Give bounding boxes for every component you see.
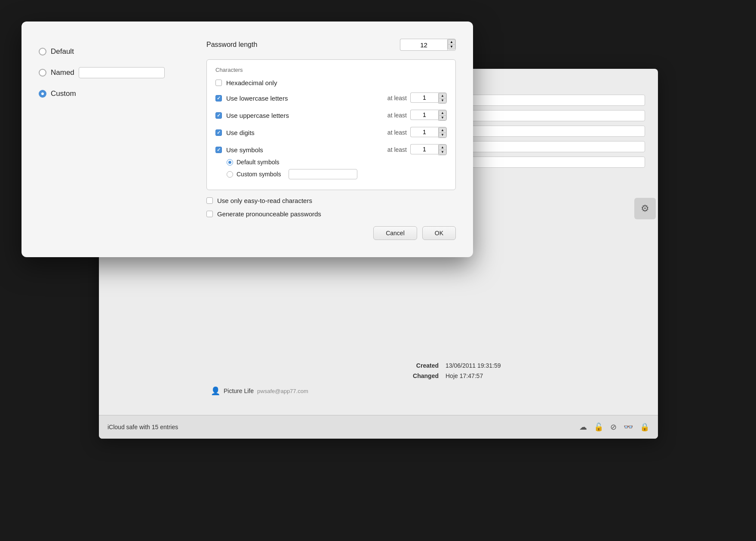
label-custom-symbols: Custom symbols xyxy=(237,171,281,178)
label-symbols: Use symbols xyxy=(226,146,337,154)
lowercase-count-input[interactable] xyxy=(410,92,438,103)
uppercase-at-least: at least ▲ ▼ xyxy=(337,110,447,121)
symbols-at-least: at least ▲ ▼ xyxy=(337,144,447,155)
option-uppercase[interactable]: Use uppercase letters at least ▲ ▼ xyxy=(215,110,447,121)
radio-named[interactable]: Named xyxy=(39,67,194,78)
password-length-input[interactable] xyxy=(400,39,447,51)
option-lowercase[interactable]: Use lowercase letters at least ▲ ▼ xyxy=(215,92,447,104)
checkbox-uppercase[interactable] xyxy=(215,112,222,119)
checkbox-symbols[interactable] xyxy=(215,147,222,153)
digits-stepper-up[interactable]: ▲ xyxy=(439,127,446,132)
lock-icon: 🔒 xyxy=(640,422,649,432)
created-value: 13/06/2011 19:31:59 xyxy=(446,362,501,369)
radio-custom-btn[interactable] xyxy=(39,90,46,98)
lock-open-icon: 🔓 xyxy=(594,422,603,432)
radio-default-label: Default xyxy=(51,47,74,56)
checkbox-digits[interactable] xyxy=(215,129,222,136)
label-lowercase: Use lowercase letters xyxy=(226,95,337,102)
uppercase-stepper-group: ▲ ▼ xyxy=(410,110,447,121)
symbols-sub-options: Default symbols Custom symbols xyxy=(227,159,357,183)
changed-label: Changed xyxy=(400,372,439,379)
label-uppercase: Use uppercase letters xyxy=(226,112,337,119)
characters-box: Characters Hexadecimal only Use lowercas… xyxy=(206,59,456,190)
uppercase-stepper: ▲ ▼ xyxy=(438,110,447,121)
checkbox-lowercase[interactable] xyxy=(215,95,222,101)
gear-icon: ⚙ xyxy=(641,203,649,214)
symbols-count-input[interactable] xyxy=(410,144,438,154)
radio-custom[interactable]: Custom xyxy=(39,89,194,98)
dialog-buttons: Cancel OK xyxy=(206,226,456,240)
entry-row: 👤 Picture Life pwsafe@app77.com xyxy=(211,386,308,396)
other-options: Use only easy-to-read characters Generat… xyxy=(206,197,456,218)
compass-icon: ⊘ xyxy=(610,422,617,432)
radio-default-btn[interactable] xyxy=(39,48,46,55)
option-symbols[interactable]: Use symbols at least ▲ ▼ xyxy=(215,144,447,183)
checkbox-hexadecimal[interactable] xyxy=(215,80,222,86)
characters-title: Characters xyxy=(215,67,447,73)
lowercase-stepper-up[interactable]: ▲ xyxy=(439,93,446,98)
glasses-icon: 👓 xyxy=(624,422,633,432)
status-icons: ☁ 🔓 ⊘ 👓 🔒 xyxy=(579,422,649,432)
checkbox-easy-read[interactable] xyxy=(206,197,213,204)
at-least-label-digits: at least xyxy=(387,129,407,136)
digits-count-input[interactable] xyxy=(410,127,438,137)
named-dropdown[interactable] xyxy=(79,67,165,78)
symbols-row: Use symbols at least ▲ ▼ xyxy=(215,144,447,155)
status-bar: iCloud safe with 15 entries ☁ 🔓 ⊘ 👓 🔒 xyxy=(99,415,658,439)
meta-section: Created 13/06/2011 19:31:59 Changed Hoje… xyxy=(400,362,649,383)
cancel-button[interactable]: Cancel xyxy=(373,226,417,240)
uppercase-stepper-up[interactable]: ▲ xyxy=(439,110,446,115)
uppercase-stepper-down[interactable]: ▼ xyxy=(439,115,446,120)
checkbox-pronounceable[interactable] xyxy=(206,211,213,217)
password-length-row: Password length ▲ ▼ xyxy=(206,39,456,51)
radio-default-symbols-btn[interactable] xyxy=(227,159,233,166)
right-section: Password length ▲ ▼ Characters Hexadecim… xyxy=(206,39,456,240)
lowercase-stepper-down[interactable]: ▼ xyxy=(439,98,446,103)
lowercase-at-least: at least ▲ ▼ xyxy=(337,92,447,104)
at-least-label-symbols: at least xyxy=(387,146,407,153)
at-least-label-uppercase: at least xyxy=(387,112,407,119)
symbols-stepper-group: ▲ ▼ xyxy=(410,144,447,155)
stepper-down[interactable]: ▼ xyxy=(448,44,455,49)
cloud-icon: ☁ xyxy=(579,422,587,432)
created-label: Created xyxy=(400,362,439,369)
uppercase-count-input[interactable] xyxy=(410,110,438,120)
entry-email: pwsafe@app77.com xyxy=(257,388,308,394)
label-easy-read: Use only easy-to-read characters xyxy=(217,197,312,204)
option-digits[interactable]: Use digits at least ▲ ▼ xyxy=(215,127,447,138)
status-text: iCloud safe with 15 entries xyxy=(108,424,178,430)
digits-stepper-group: ▲ ▼ xyxy=(410,127,447,138)
lowercase-stepper-group: ▲ ▼ xyxy=(410,92,447,104)
radio-custom-symbols[interactable]: Custom symbols xyxy=(227,169,357,179)
radio-custom-symbols-btn[interactable] xyxy=(227,171,233,178)
symbols-stepper-down[interactable]: ▼ xyxy=(439,150,446,155)
person-icon: 👤 xyxy=(211,386,220,396)
at-least-label-lowercase: at least xyxy=(387,95,407,101)
lowercase-row: Use lowercase letters at least ▲ ▼ xyxy=(215,92,447,104)
radio-named-btn[interactable] xyxy=(39,69,46,77)
digits-stepper: ▲ ▼ xyxy=(438,127,447,138)
lowercase-stepper: ▲ ▼ xyxy=(438,92,447,104)
left-panel: Default Named Custom xyxy=(39,47,194,109)
label-pronounceable: Generate pronounceable passwords xyxy=(217,210,321,218)
radio-named-label: Named xyxy=(51,68,74,77)
symbols-stepper-up[interactable]: ▲ xyxy=(439,144,446,150)
option-pronounceable[interactable]: Generate pronounceable passwords xyxy=(206,210,456,218)
option-easy-read[interactable]: Use only easy-to-read characters xyxy=(206,197,456,204)
option-hexadecimal[interactable]: Hexadecimal only xyxy=(215,79,447,86)
stepper-up[interactable]: ▲ xyxy=(448,39,455,44)
changed-row: Changed Hoje 17:47:57 xyxy=(400,372,649,379)
radio-default[interactable]: Default xyxy=(39,47,194,56)
gear-button[interactable]: ⚙ xyxy=(634,198,656,219)
radio-custom-label: Custom xyxy=(51,89,76,98)
digits-at-least: at least ▲ ▼ xyxy=(337,127,447,138)
digits-row: Use digits at least ▲ ▼ xyxy=(215,127,447,138)
radio-default-symbols[interactable]: Default symbols xyxy=(227,159,357,166)
ok-button[interactable]: OK xyxy=(422,226,456,240)
password-length-input-group: ▲ ▼ xyxy=(400,39,456,51)
symbols-stepper: ▲ ▼ xyxy=(438,144,447,155)
custom-symbols-input[interactable] xyxy=(289,169,357,179)
created-row: Created 13/06/2011 19:31:59 xyxy=(400,362,649,369)
changed-value: Hoje 17:47:57 xyxy=(446,372,483,379)
digits-stepper-down[interactable]: ▼ xyxy=(439,132,446,138)
